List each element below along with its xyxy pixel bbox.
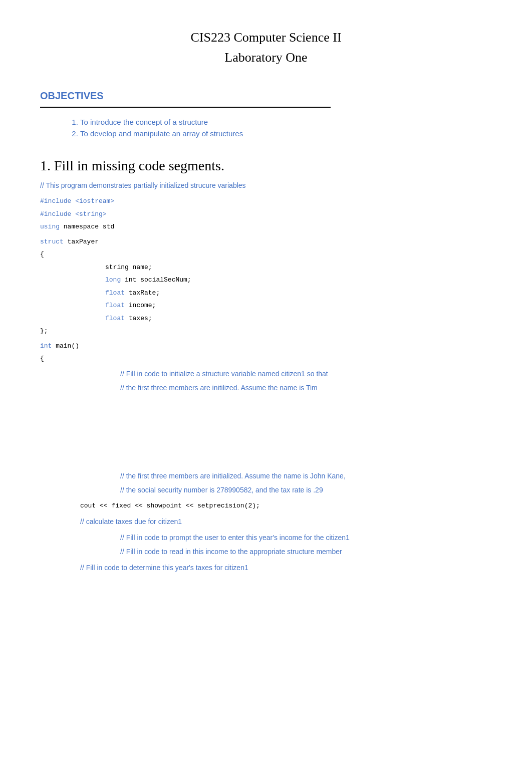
open-brace: {	[40, 250, 44, 258]
close-struct: };	[40, 327, 48, 335]
include2: #include <string>	[40, 210, 107, 218]
prompt-comment-2: // Fill in code to read in this income t…	[120, 548, 492, 556]
prompt-comment-block: // Fill in code to prompt the user to en…	[80, 534, 492, 556]
prompt-comment-1: // Fill in code to prompt the user to en…	[120, 534, 492, 542]
objectives-divider	[40, 107, 331, 108]
member-taxrate: taxRate;	[125, 289, 160, 297]
code-includes: #include <iostream> #include <string> us…	[40, 196, 492, 232]
citizen1-comment-block: // Fill in code to initialize a structur…	[80, 370, 492, 392]
objective-item-1: To introduce the concept of a structure	[80, 118, 492, 126]
john-kane-comment-2: // the social security number is 2789905…	[120, 486, 492, 494]
member-name: string name;	[105, 264, 152, 271]
cout-text: cout << fixed << showpoint << setprecisi…	[80, 502, 260, 509]
member-taxes: taxes;	[125, 315, 152, 322]
citizen1-comment-1: // Fill in code to initialize a structur…	[120, 370, 492, 378]
code-main: int main() {	[40, 341, 492, 364]
code-struct: struct taxPayer { string name; long int …	[40, 237, 492, 336]
intro-comment: // This program demonstrates partially i…	[40, 181, 492, 189]
objectives-list: To introduce the concept of a structure …	[80, 118, 492, 138]
long-keyword: long	[105, 276, 121, 284]
objective-item-2: To develop and manipulate an array of st…	[80, 129, 492, 138]
cout-line: cout << fixed << showpoint << setprecisi…	[80, 502, 492, 509]
main-sig: main()	[52, 342, 79, 350]
float-keyword-3: float	[105, 315, 125, 322]
john-kane-comment-1: // the first three members are initializ…	[120, 472, 492, 480]
page-title: CIS223 Computer Science II	[40, 30, 492, 45]
struct-name: taxPayer	[64, 238, 99, 245]
det-taxes-comment: // Fill in code to determine this year's…	[80, 564, 492, 572]
john-kane-comment-block: // the first three members are initializ…	[80, 472, 492, 494]
int-keyword-inline: int	[121, 276, 136, 284]
include1: #include <iostream>	[40, 197, 114, 205]
open-main-brace: {	[40, 355, 44, 362]
section1-heading: 1. Fill in missing code segments.	[40, 158, 492, 174]
float-keyword-2: float	[105, 302, 125, 309]
int-keyword: int	[40, 342, 52, 350]
objectives-heading: OBJECTIVES	[40, 90, 492, 102]
using-rest: namespace std	[60, 223, 114, 230]
citizen1-comment-2: // the first three members are initilize…	[120, 384, 492, 392]
using-keyword: using	[40, 223, 60, 230]
struct-keyword: struct	[40, 238, 64, 245]
member-ssn: socialSecNum;	[136, 276, 191, 284]
calc-taxes-comment: // calculate taxes due for citizen1	[80, 517, 492, 526]
float-keyword-1: float	[105, 289, 125, 297]
member-income: income;	[125, 302, 156, 309]
lab-title: Laboratory One	[40, 50, 492, 65]
